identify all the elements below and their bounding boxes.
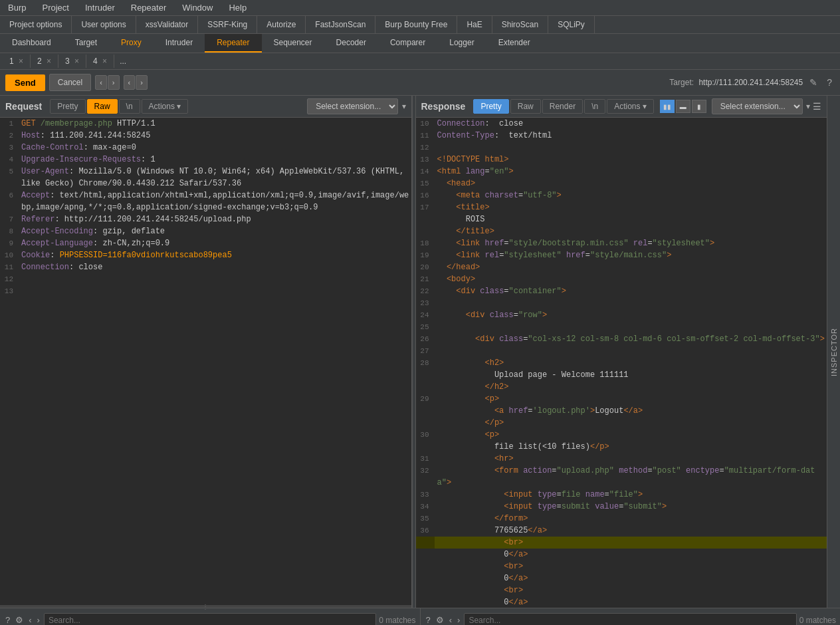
tab-repeater[interactable]: Repeater: [205, 34, 261, 53]
code-line: <br>: [416, 561, 827, 572]
tab-xssvalidator[interactable]: xssValidator: [136, 16, 198, 33]
tab-sqlipy[interactable]: SQLiPy: [548, 16, 595, 33]
nav-back-button[interactable]: ‹: [95, 75, 107, 90]
bottom-help-icon[interactable]: ?: [4, 614, 11, 625]
nav-fwd-button[interactable]: ›: [108, 75, 120, 90]
inspector-label: INSPECTOR: [830, 322, 838, 382]
request-ext-dropdown[interactable]: ▾: [402, 102, 406, 111]
nav-fwd2-button[interactable]: ›: [136, 75, 148, 90]
bottom-settings-icon-2[interactable]: ⚙: [435, 614, 445, 625]
code-line: 16 <meta charset="utf-8">: [416, 189, 827, 201]
request-tab-actions[interactable]: Actions ▾: [142, 99, 189, 114]
code-line: <br>: [416, 537, 827, 549]
code-line: 35 </form>: [416, 513, 827, 525]
edit-target-button[interactable]: ✎: [807, 76, 820, 89]
tab-user-options[interactable]: User options: [72, 16, 136, 33]
menu-window[interactable]: Window: [179, 1, 215, 14]
bottom-nav-fwd-icon-2[interactable]: ›: [456, 614, 461, 625]
menu-project[interactable]: Project: [39, 1, 71, 14]
response-tab-raw[interactable]: Raw: [510, 99, 541, 114]
response-search-input[interactable]: [464, 613, 796, 626]
tab-proxy[interactable]: Proxy: [109, 34, 154, 53]
num-tab-2[interactable]: 2 ×: [31, 55, 58, 68]
code-line: 4 Upgrade-Insecure-Requests: 1: [0, 154, 411, 166]
request-tab-raw[interactable]: Raw: [87, 99, 118, 114]
code-line: 27: [416, 345, 827, 357]
target-label: Target: http://111.200.241.244:58245: [669, 78, 803, 87]
menu-help[interactable]: Help: [226, 1, 249, 14]
tab-dashboard[interactable]: Dashboard: [0, 34, 63, 53]
inspector-panel: INSPECTOR: [827, 96, 840, 608]
response-code-area[interactable]: 10 Connection: close 11 Content-Type: te…: [416, 118, 827, 608]
response-tab-render[interactable]: Render: [542, 99, 583, 114]
help-button[interactable]: ?: [824, 76, 835, 89]
response-ext-dropdown[interactable]: ▾: [806, 102, 810, 111]
code-line: 9 Accept-Language: zh-CN,zh;q=0.9: [0, 237, 411, 249]
response-tab-actions[interactable]: Actions ▾: [607, 99, 654, 114]
code-line: 13: [0, 285, 411, 297]
hamburger-icon[interactable]: ☰: [813, 101, 821, 112]
num-tab-3[interactable]: 3 ×: [58, 55, 86, 68]
request-tab-n[interactable]: \n: [119, 99, 140, 114]
code-line: 23: [416, 297, 827, 309]
code-line: 1 GET /memberpage.php HTTP/1.1: [0, 118, 411, 130]
menu-burp[interactable]: Burp: [5, 1, 29, 14]
nav-buttons: ‹ ›: [95, 75, 119, 90]
code-line: 21 <body>: [416, 273, 827, 285]
code-line: 0</a>: [416, 596, 827, 608]
tab-intruder[interactable]: Intruder: [154, 34, 205, 53]
tab-hae[interactable]: HaE: [457, 16, 492, 33]
tab-shiroscan[interactable]: ShiroScan: [492, 16, 548, 33]
code-line: </h2>: [416, 381, 827, 393]
view-icon-split-v[interactable]: ▮▮: [660, 100, 675, 113]
request-panel: Request Pretty Raw \n Actions ▾ Select e…: [0, 96, 412, 608]
nav-back2-button[interactable]: ‹: [124, 75, 136, 90]
response-select-ext: Select extension... ▾: [712, 98, 810, 114]
tab-sequencer[interactable]: Sequencer: [262, 34, 324, 53]
request-tab-pretty[interactable]: Pretty: [50, 99, 85, 114]
request-search-input[interactable]: [44, 613, 376, 626]
response-tab-n[interactable]: \n: [584, 99, 605, 114]
view-icon-full[interactable]: ▮: [692, 100, 706, 113]
bottom-nav-back-icon[interactable]: ‹: [27, 614, 33, 625]
num-tab-4[interactable]: 4 ×: [86, 55, 114, 68]
request-ext-select[interactable]: Select extension...: [307, 98, 398, 114]
code-line: <br>: [416, 584, 827, 596]
bottom-nav-back-icon-2[interactable]: ‹: [448, 614, 453, 625]
bottom-settings-icon[interactable]: ⚙: [14, 614, 25, 625]
request-code-area[interactable]: 1 GET /memberpage.php HTTP/1.1 2 Host: 1…: [0, 118, 411, 605]
code-line: 14 <html lang="en">: [416, 166, 827, 178]
num-tab-1[interactable]: 1 ×: [3, 55, 31, 68]
menu-intruder[interactable]: Intruder: [82, 1, 118, 14]
tab-decoder[interactable]: Decoder: [324, 34, 378, 53]
drag-handle[interactable]: ⋮: [0, 605, 411, 608]
tab-ssrf-king[interactable]: SSRF-King: [198, 16, 257, 33]
tab-fastjsonscan[interactable]: FastJsonScan: [306, 16, 375, 33]
code-line: 20 </head>: [416, 261, 827, 273]
tab-burp-bounty-free[interactable]: Burp Bounty Free: [375, 16, 457, 33]
menu-repeater[interactable]: Repeater: [128, 1, 169, 14]
response-panel-header: Response Pretty Raw Render \n Actions ▾ …: [416, 96, 827, 118]
code-line: 30 <p>: [416, 429, 827, 441]
bottom-help-icon-2[interactable]: ?: [425, 614, 432, 625]
request-matches-label: 0 matches: [379, 616, 415, 625]
cancel-button[interactable]: Cancel: [49, 74, 91, 91]
tab-target[interactable]: Target: [63, 34, 109, 53]
num-tab-bar: 1 × 2 × 3 × 4 × ...: [0, 53, 840, 70]
tab-autorize[interactable]: Autorize: [257, 16, 306, 33]
code-line: 10 Connection: close: [416, 118, 827, 130]
tab-project-options[interactable]: Project options: [0, 16, 72, 33]
tab-logger[interactable]: Logger: [437, 34, 486, 53]
view-icon-split-h[interactable]: ▬: [676, 100, 690, 113]
response-ext-select[interactable]: Select extension...: [712, 98, 803, 114]
tab-comparer[interactable]: Comparer: [378, 34, 437, 53]
response-tab-pretty[interactable]: Pretty: [473, 99, 508, 114]
send-button[interactable]: Send: [5, 74, 45, 91]
request-select-ext: Select extension... ▾: [307, 98, 405, 114]
view-icons: ▮▮ ▬ ▮: [660, 100, 706, 113]
num-tab-more[interactable]: ...: [114, 55, 132, 68]
response-title: Response: [421, 101, 466, 112]
tab-extender[interactable]: Extender: [486, 34, 542, 53]
code-line: 22 <div class="container">: [416, 285, 827, 297]
bottom-nav-fwd-icon[interactable]: ›: [36, 614, 41, 625]
